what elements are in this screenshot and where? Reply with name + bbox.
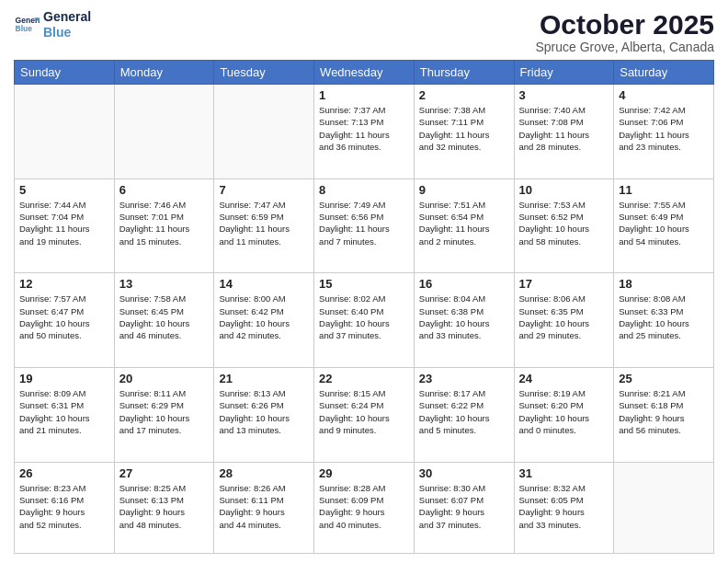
calendar-cell: 15Sunrise: 8:02 AM Sunset: 6:40 PM Dayli… xyxy=(314,273,415,368)
weekday-header-monday: Monday xyxy=(114,61,214,85)
calendar-cell: 12Sunrise: 7:57 AM Sunset: 6:47 PM Dayli… xyxy=(15,273,115,368)
calendar-cell: 21Sunrise: 8:13 AM Sunset: 6:26 PM Dayli… xyxy=(214,368,314,463)
calendar-cell: 29Sunrise: 8:28 AM Sunset: 6:09 PM Dayli… xyxy=(314,462,415,553)
day-info: Sunrise: 8:06 AM Sunset: 6:35 PM Dayligh… xyxy=(519,293,609,341)
day-info: Sunrise: 7:57 AM Sunset: 6:47 PM Dayligh… xyxy=(19,293,109,341)
day-number: 16 xyxy=(419,277,509,291)
logo-icon: General Blue xyxy=(14,12,40,38)
day-info: Sunrise: 8:13 AM Sunset: 6:26 PM Dayligh… xyxy=(219,387,309,436)
day-number: 24 xyxy=(519,372,609,385)
logo-text-block: General Blue xyxy=(43,9,91,40)
day-number: 1 xyxy=(319,88,409,102)
calendar-cell: 8Sunrise: 7:49 AM Sunset: 6:56 PM Daylig… xyxy=(314,178,415,273)
day-number: 5 xyxy=(19,183,109,197)
day-info: Sunrise: 7:58 AM Sunset: 6:45 PM Dayligh… xyxy=(119,293,210,341)
day-info: Sunrise: 8:09 AM Sunset: 6:31 PM Dayligh… xyxy=(19,387,109,436)
day-info: Sunrise: 8:23 AM Sunset: 6:16 PM Dayligh… xyxy=(19,482,109,531)
calendar-cell xyxy=(15,85,115,179)
day-number: 7 xyxy=(219,183,309,197)
calendar-cell: 14Sunrise: 8:00 AM Sunset: 6:42 PM Dayli… xyxy=(214,273,314,368)
day-info: Sunrise: 8:26 AM Sunset: 6:11 PM Dayligh… xyxy=(219,482,309,531)
day-info: Sunrise: 8:28 AM Sunset: 6:09 PM Dayligh… xyxy=(319,482,409,531)
weekday-header-wednesday: Wednesday xyxy=(314,61,415,85)
day-info: Sunrise: 7:55 AM Sunset: 6:49 PM Dayligh… xyxy=(619,199,709,247)
day-number: 29 xyxy=(319,466,409,480)
title-block: October 2025 Spruce Grove, Alberta, Cana… xyxy=(535,9,714,54)
calendar-cell: 5Sunrise: 7:44 AM Sunset: 7:04 PM Daylig… xyxy=(15,178,115,273)
main-title: October 2025 xyxy=(535,9,714,40)
day-number: 11 xyxy=(619,183,709,197)
day-number: 22 xyxy=(319,372,409,385)
weekday-header-tuesday: Tuesday xyxy=(214,61,314,85)
calendar-cell: 13Sunrise: 7:58 AM Sunset: 6:45 PM Dayli… xyxy=(114,273,214,368)
logo-general: General xyxy=(43,9,91,25)
calendar-cell: 28Sunrise: 8:26 AM Sunset: 6:11 PM Dayli… xyxy=(214,462,314,553)
day-number: 30 xyxy=(419,466,509,480)
day-info: Sunrise: 8:17 AM Sunset: 6:22 PM Dayligh… xyxy=(419,387,509,436)
day-number: 28 xyxy=(219,466,309,480)
calendar-cell: 18Sunrise: 8:08 AM Sunset: 6:33 PM Dayli… xyxy=(614,273,714,368)
day-info: Sunrise: 8:08 AM Sunset: 6:33 PM Dayligh… xyxy=(619,293,709,341)
calendar-cell: 11Sunrise: 7:55 AM Sunset: 6:49 PM Dayli… xyxy=(614,178,714,273)
week-row-1: 1Sunrise: 7:37 AM Sunset: 7:13 PM Daylig… xyxy=(15,85,714,179)
day-number: 15 xyxy=(319,277,409,291)
calendar-cell: 30Sunrise: 8:30 AM Sunset: 6:07 PM Dayli… xyxy=(414,462,514,553)
day-number: 12 xyxy=(19,277,109,291)
calendar-cell: 26Sunrise: 8:23 AM Sunset: 6:16 PM Dayli… xyxy=(15,462,115,553)
day-number: 13 xyxy=(119,277,210,291)
calendar-cell xyxy=(214,85,314,179)
day-info: Sunrise: 7:40 AM Sunset: 7:08 PM Dayligh… xyxy=(519,104,609,153)
day-info: Sunrise: 7:42 AM Sunset: 7:06 PM Dayligh… xyxy=(619,104,709,153)
day-number: 20 xyxy=(119,372,210,385)
day-number: 23 xyxy=(419,372,509,385)
day-info: Sunrise: 8:19 AM Sunset: 6:20 PM Dayligh… xyxy=(519,387,609,436)
day-info: Sunrise: 8:21 AM Sunset: 6:18 PM Dayligh… xyxy=(619,387,709,436)
weekday-header-sunday: Sunday xyxy=(15,61,115,85)
day-info: Sunrise: 8:25 AM Sunset: 6:13 PM Dayligh… xyxy=(119,482,210,531)
day-info: Sunrise: 7:47 AM Sunset: 6:59 PM Dayligh… xyxy=(219,199,309,247)
weekday-header-friday: Friday xyxy=(514,61,614,85)
day-number: 9 xyxy=(419,183,509,197)
calendar-cell: 22Sunrise: 8:15 AM Sunset: 6:24 PM Dayli… xyxy=(314,368,415,463)
svg-text:Blue: Blue xyxy=(16,24,33,33)
calendar-cell: 2Sunrise: 7:38 AM Sunset: 7:11 PM Daylig… xyxy=(414,85,514,179)
calendar-cell xyxy=(114,85,214,179)
day-info: Sunrise: 7:44 AM Sunset: 7:04 PM Dayligh… xyxy=(19,199,109,247)
calendar-cell: 24Sunrise: 8:19 AM Sunset: 6:20 PM Dayli… xyxy=(514,368,614,463)
day-number: 26 xyxy=(19,466,109,480)
week-row-5: 26Sunrise: 8:23 AM Sunset: 6:16 PM Dayli… xyxy=(15,462,714,553)
header: General Blue General Blue October 2025 S… xyxy=(14,9,714,54)
weekday-header-thursday: Thursday xyxy=(414,61,514,85)
calendar-cell: 19Sunrise: 8:09 AM Sunset: 6:31 PM Dayli… xyxy=(15,368,115,463)
day-info: Sunrise: 8:04 AM Sunset: 6:38 PM Dayligh… xyxy=(419,293,509,341)
calendar-cell: 17Sunrise: 8:06 AM Sunset: 6:35 PM Dayli… xyxy=(514,273,614,368)
calendar-cell: 6Sunrise: 7:46 AM Sunset: 7:01 PM Daylig… xyxy=(114,178,214,273)
day-number: 27 xyxy=(119,466,210,480)
page: General Blue General Blue October 2025 S… xyxy=(0,0,728,563)
day-number: 14 xyxy=(219,277,309,291)
day-number: 6 xyxy=(119,183,210,197)
day-info: Sunrise: 8:15 AM Sunset: 6:24 PM Dayligh… xyxy=(319,387,409,436)
day-info: Sunrise: 7:46 AM Sunset: 7:01 PM Dayligh… xyxy=(119,199,210,247)
calendar-cell: 1Sunrise: 7:37 AM Sunset: 7:13 PM Daylig… xyxy=(314,85,415,179)
calendar-cell: 16Sunrise: 8:04 AM Sunset: 6:38 PM Dayli… xyxy=(414,273,514,368)
svg-text:General: General xyxy=(16,15,40,24)
calendar-cell: 4Sunrise: 7:42 AM Sunset: 7:06 PM Daylig… xyxy=(614,85,714,179)
calendar-cell: 27Sunrise: 8:25 AM Sunset: 6:13 PM Dayli… xyxy=(114,462,214,553)
weekday-header-row: SundayMondayTuesdayWednesdayThursdayFrid… xyxy=(15,61,714,85)
calendar-cell: 9Sunrise: 7:51 AM Sunset: 6:54 PM Daylig… xyxy=(414,178,514,273)
day-number: 17 xyxy=(519,277,609,291)
day-info: Sunrise: 8:32 AM Sunset: 6:05 PM Dayligh… xyxy=(519,482,609,531)
calendar-cell: 20Sunrise: 8:11 AM Sunset: 6:29 PM Dayli… xyxy=(114,368,214,463)
day-number: 10 xyxy=(519,183,609,197)
week-row-4: 19Sunrise: 8:09 AM Sunset: 6:31 PM Dayli… xyxy=(15,368,714,463)
day-number: 3 xyxy=(519,88,609,102)
calendar-cell: 31Sunrise: 8:32 AM Sunset: 6:05 PM Dayli… xyxy=(514,462,614,553)
day-info: Sunrise: 8:11 AM Sunset: 6:29 PM Dayligh… xyxy=(119,387,210,436)
calendar-table: SundayMondayTuesdayWednesdayThursdayFrid… xyxy=(14,60,714,554)
day-info: Sunrise: 7:37 AM Sunset: 7:13 PM Dayligh… xyxy=(319,104,409,153)
calendar-cell xyxy=(614,462,714,553)
weekday-header-saturday: Saturday xyxy=(614,61,714,85)
day-info: Sunrise: 8:00 AM Sunset: 6:42 PM Dayligh… xyxy=(219,293,309,341)
calendar-cell: 10Sunrise: 7:53 AM Sunset: 6:52 PM Dayli… xyxy=(514,178,614,273)
